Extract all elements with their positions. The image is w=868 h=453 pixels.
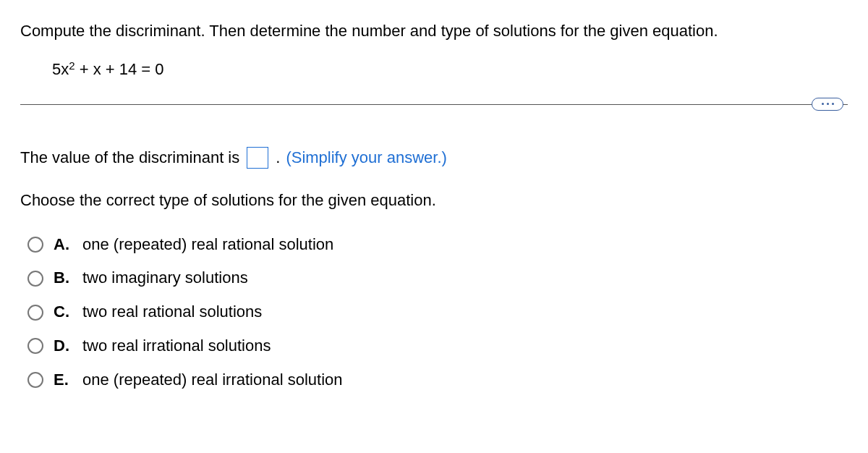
equation-part-rest: + x + 14 = 0 — [75, 60, 164, 78]
option-text: one (repeated) real irrational solution — [82, 369, 343, 391]
option-letter: E. — [54, 369, 72, 391]
option-letter: B. — [54, 267, 72, 289]
dot-icon — [827, 103, 829, 105]
simplify-hint: (Simplify your answer.) — [286, 147, 447, 169]
divider — [20, 104, 848, 105]
discriminant-question: The value of the discriminant is . (Simp… — [20, 147, 848, 169]
radio-d[interactable] — [27, 338, 43, 354]
equation-part-a: 5x — [52, 60, 69, 78]
discriminant-prefix: The value of the discriminant is — [20, 147, 239, 169]
radio-a[interactable] — [27, 237, 43, 253]
option-text: one (repeated) real rational solution — [82, 234, 333, 256]
option-a: A. one (repeated) real rational solution — [27, 234, 848, 256]
instruction-text: Compute the discriminant. Then determine… — [20, 20, 848, 43]
option-letter: C. — [54, 301, 72, 323]
option-d: D. two real irrational solutions — [27, 335, 848, 357]
divider-section — [20, 104, 848, 105]
radio-b[interactable] — [27, 271, 43, 287]
option-text: two real rational solutions — [82, 301, 262, 323]
dot-icon — [832, 103, 834, 105]
choose-instruction: Choose the correct type of solutions for… — [20, 190, 848, 212]
option-text: two imaginary solutions — [82, 267, 248, 289]
equation: 5x2 + x + 14 = 0 — [52, 57, 848, 81]
discriminant-answer-input[interactable] — [247, 147, 268, 169]
dot-icon — [822, 103, 824, 105]
discriminant-suffix: . — [276, 147, 280, 169]
option-letter: D. — [54, 335, 72, 357]
radio-c[interactable] — [27, 305, 43, 321]
option-c: C. two real rational solutions — [27, 301, 848, 323]
option-e: E. one (repeated) real irrational soluti… — [27, 369, 848, 391]
radio-e[interactable] — [27, 372, 43, 388]
equation-exponent: 2 — [69, 59, 75, 72]
options-list: A. one (repeated) real rational solution… — [20, 234, 848, 391]
option-b: B. two imaginary solutions — [27, 267, 848, 289]
more-button[interactable] — [812, 98, 843, 111]
option-text: two real irrational solutions — [82, 335, 271, 357]
option-letter: A. — [54, 234, 72, 256]
